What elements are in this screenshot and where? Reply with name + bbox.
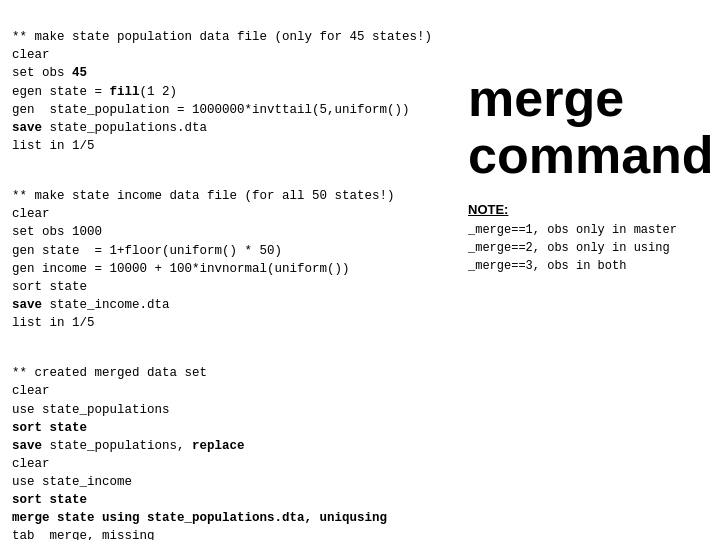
s3-line1: ** created merged data set (12, 366, 207, 380)
s3-line10: tab _merge, missing (12, 529, 155, 540)
s3-line8: sort state (12, 493, 87, 507)
s3-line3: use state_populations (12, 403, 170, 417)
note-line2: _merge==2, obs only in using (468, 239, 677, 257)
section1: ** make state population data file (only… (12, 10, 448, 155)
note-line3: _merge==3, obs in both (468, 257, 677, 275)
s2-line5: gen income = 10000 + 100*invnormal(unifo… (12, 262, 350, 276)
note-line1: _merge==1, obs only in master (468, 221, 677, 239)
s3-line6: clear (12, 457, 50, 471)
code-panel: ** make state population data file (only… (0, 0, 460, 540)
s3-line7: use state_income (12, 475, 132, 489)
s3-line9: merge state using state_populations.dta,… (12, 511, 387, 525)
s1-line3: set obs 45 (12, 66, 87, 80)
note-section: NOTE: _merge==1, obs only in master _mer… (468, 202, 677, 275)
s2-line4: gen state = 1+floor(uniform() * 50) (12, 244, 282, 258)
s1-line2: clear (12, 48, 50, 62)
s2-line2: clear (12, 207, 50, 221)
note-title: NOTE: (468, 202, 677, 217)
merge-title-line1: merge (468, 69, 624, 127)
s2-line7: save state_income.dta (12, 298, 170, 312)
s2-line6: sort state (12, 280, 87, 294)
section2: ** make state income data file (for all … (12, 169, 448, 332)
s1-line1: ** make state population data file (only… (12, 30, 432, 44)
right-panel: merge command NOTE: _merge==1, obs only … (460, 0, 720, 540)
s1-line6: save state_populations.dta (12, 121, 207, 135)
section3: ** created merged data set clear use sta… (12, 346, 448, 540)
s2-line8: list in 1/5 (12, 316, 95, 330)
s1-line4: egen state = fill(1 2) (12, 85, 177, 99)
s1-line5: gen state_population = 1000000*invttail(… (12, 103, 410, 117)
s3-line2: clear (12, 384, 50, 398)
merge-title: merge command (468, 70, 714, 184)
s1-line7: list in 1/5 (12, 139, 95, 153)
merge-title-line2: command (468, 126, 714, 184)
s3-line5: save state_populations, replace (12, 439, 245, 453)
s3-line4: sort state (12, 421, 87, 435)
s2-line3: set obs 1000 (12, 225, 102, 239)
s2-line1: ** make state income data file (for all … (12, 189, 395, 203)
